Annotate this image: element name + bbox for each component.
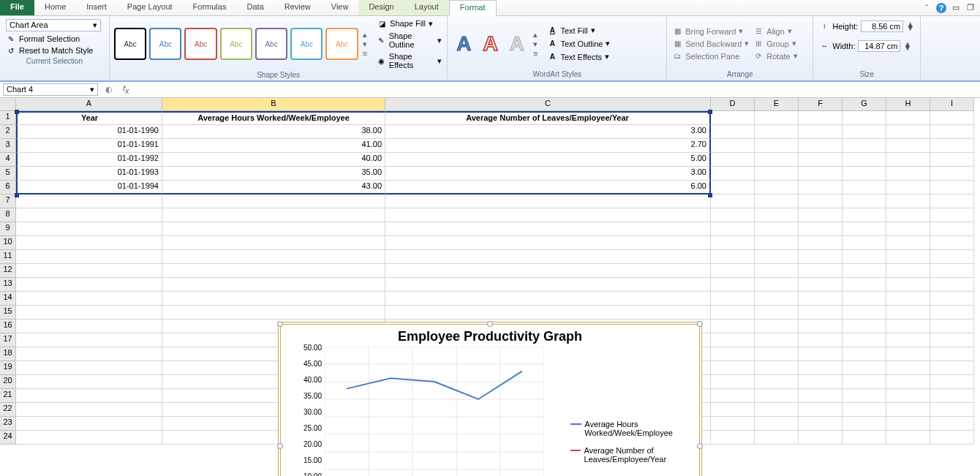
cell-G11[interactable] [843, 250, 886, 264]
bring-forward-button[interactable]: ▦Bring Forward▾ [671, 26, 750, 37]
cell-H4[interactable] [886, 153, 930, 167]
cell-C7[interactable] [385, 194, 711, 208]
tab-format[interactable]: Format [449, 0, 497, 16]
cell-G12[interactable] [843, 264, 886, 278]
chart-resize-handle[interactable] [697, 321, 703, 327]
tab-insert[interactable]: Insert [76, 0, 117, 15]
cell-C12[interactable] [385, 264, 711, 278]
text-fill-button[interactable]: AText Fill▾ [546, 25, 611, 37]
cell-E24[interactable] [755, 431, 799, 445]
row-header[interactable]: 23 [0, 417, 16, 431]
legend-entry-1[interactable]: Average Hours Worked/Week/Employee [570, 420, 695, 437]
cell-E9[interactable] [755, 222, 799, 236]
cell-H6[interactable] [886, 181, 930, 194]
col-header-C[interactable]: C [385, 98, 711, 111]
group-button[interactable]: ⊞Group▾ [753, 38, 798, 50]
fx-icon[interactable]: fx [117, 84, 135, 95]
cell-E8[interactable] [755, 208, 799, 222]
cell-B10[interactable] [162, 236, 385, 250]
cell-E1[interactable] [755, 111, 799, 125]
row-header[interactable]: 5 [0, 167, 16, 181]
cell-B3[interactable]: 41.00 [162, 139, 385, 153]
cell-G10[interactable] [843, 236, 886, 250]
shape-style-2[interactable]: Abc [149, 28, 181, 60]
cell-B12[interactable] [162, 264, 385, 278]
cell-H15[interactable] [886, 306, 930, 320]
chart-resize-handle[interactable] [697, 443, 703, 449]
cell-A11[interactable] [16, 250, 162, 264]
cell-E17[interactable] [755, 333, 799, 347]
shape-style-6[interactable]: Abc [290, 28, 323, 60]
cell-I24[interactable] [930, 431, 974, 445]
height-spinner[interactable]: ▲▼ [906, 23, 914, 30]
cell-C9[interactable] [385, 222, 711, 236]
cell-I21[interactable] [930, 389, 974, 403]
cell-D17[interactable] [711, 333, 755, 347]
cell-D19[interactable] [711, 361, 755, 375]
cell-D12[interactable] [711, 264, 755, 278]
wordart-style-1[interactable]: A [452, 31, 475, 57]
cell-B15[interactable] [162, 306, 385, 320]
shape-fill-button[interactable]: ◪Shape Fill▾ [376, 18, 442, 29]
shape-style-7[interactable]: Abc [325, 28, 358, 60]
cell-G23[interactable] [843, 417, 886, 431]
cell-G21[interactable] [843, 389, 886, 403]
chart-element-selector[interactable]: Chart Area ▾ [6, 19, 101, 31]
cell-A8[interactable] [16, 208, 162, 222]
cell-D16[interactable] [711, 320, 755, 333]
cell-D21[interactable] [711, 389, 755, 403]
cell-I14[interactable] [930, 292, 974, 306]
cell-F18[interactable] [799, 347, 843, 361]
cell-F11[interactable] [799, 250, 843, 264]
cell-G6[interactable] [843, 181, 886, 194]
cell-A12[interactable] [16, 264, 162, 278]
cell-A4[interactable]: 01-01-1992 [16, 153, 162, 167]
cell-E12[interactable] [755, 264, 799, 278]
tab-view[interactable]: View [321, 0, 359, 15]
name-box[interactable]: Chart 4 ▾ [3, 83, 98, 96]
wordart-style-more[interactable]: ▴▾≡ [532, 29, 539, 59]
cell-G7[interactable] [843, 194, 886, 208]
cell-E20[interactable] [755, 375, 799, 389]
cell-B8[interactable] [162, 208, 385, 222]
cell-H23[interactable] [886, 417, 930, 431]
cell-A23[interactable] [16, 417, 162, 431]
cell-I16[interactable] [930, 320, 974, 333]
cell-G5[interactable] [843, 167, 886, 181]
cell-A6[interactable]: 01-01-1994 [16, 181, 162, 194]
tab-review[interactable]: Review [274, 0, 321, 15]
row-header[interactable]: 24 [0, 431, 16, 445]
cell-H3[interactable] [886, 139, 930, 153]
wordart-style-3[interactable]: A [505, 31, 529, 57]
row-header[interactable]: 22 [0, 403, 16, 417]
cell-H21[interactable] [886, 389, 930, 403]
col-header-I[interactable]: I [930, 98, 974, 111]
cell-I19[interactable] [930, 361, 974, 375]
col-header-D[interactable]: D [711, 98, 755, 111]
chart-plot-area[interactable] [325, 347, 544, 476]
shape-style-3[interactable]: Abc [184, 28, 216, 60]
range-handle[interactable] [15, 110, 19, 114]
cell-I17[interactable] [930, 333, 974, 347]
cell-I5[interactable] [930, 167, 974, 181]
width-spinner[interactable]: ▲▼ [903, 42, 911, 50]
cell-G15[interactable] [843, 306, 886, 320]
cell-F1[interactable] [799, 111, 843, 125]
cell-C5[interactable]: 3.00 [385, 167, 711, 181]
cell-E10[interactable] [755, 236, 799, 250]
col-header-F[interactable]: F [799, 98, 843, 111]
cell-B11[interactable] [162, 250, 385, 264]
cell-F12[interactable] [799, 264, 843, 278]
cell-F23[interactable] [799, 417, 843, 431]
help-icon[interactable]: ? [936, 3, 946, 13]
cell-A17[interactable] [16, 333, 162, 347]
cell-H17[interactable] [886, 333, 930, 347]
cell-H9[interactable] [886, 222, 930, 236]
shape-style-1[interactable]: Abc [114, 28, 146, 60]
cell-G24[interactable] [843, 431, 886, 445]
cell-F2[interactable] [799, 125, 843, 139]
cell-D7[interactable] [711, 194, 755, 208]
cell-G17[interactable] [843, 333, 886, 347]
chart-resize-handle[interactable] [277, 443, 283, 449]
cell-E16[interactable] [755, 320, 799, 333]
